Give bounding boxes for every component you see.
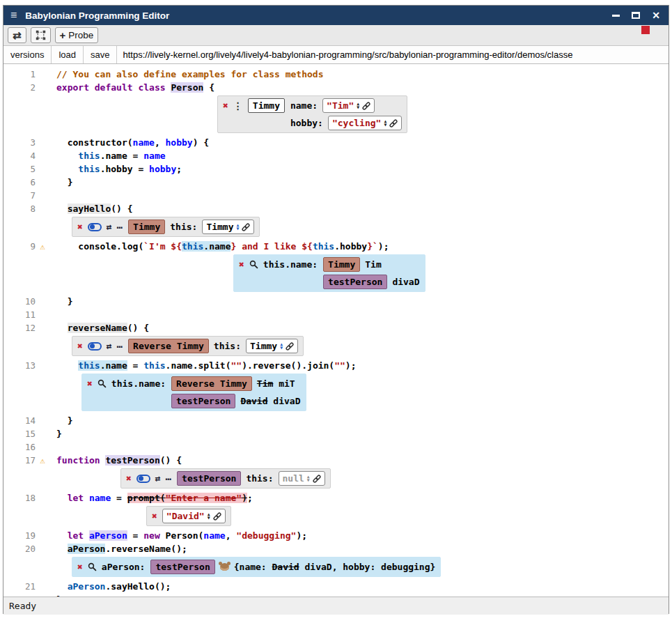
delete-widget-icon[interactable]: ✖ <box>77 562 83 571</box>
instance-badge[interactable]: Timmy <box>128 220 165 234</box>
forward-arrows-icon[interactable]: ⇄ <box>107 222 112 232</box>
delete-widget-icon[interactable]: ✖ <box>77 222 83 231</box>
more-options-icon[interactable]: ⋯ <box>117 222 123 233</box>
code-token: this <box>78 164 100 174</box>
code-token: ${ <box>302 241 313 252</box>
warning-icon[interactable]: ⚠ <box>36 456 49 466</box>
value-select[interactable]: null▲▼ <box>279 471 325 486</box>
line-number: 19 <box>3 530 36 541</box>
activate-toggle-icon[interactable] <box>136 475 150 483</box>
code-line-content[interactable]: sayHello() { <box>49 203 133 214</box>
load-button[interactable]: load <box>52 46 84 63</box>
spinner-icon[interactable]: ▲▼ <box>357 102 359 109</box>
activate-toggle-icon[interactable] <box>88 342 102 351</box>
code-line-content[interactable]: this.name = this.name.split("").reverse(… <box>49 360 357 371</box>
instance-badge[interactable]: Reverse Timmy <box>128 339 209 353</box>
link-icon[interactable] <box>362 102 370 110</box>
more-options-icon[interactable]: ⋯ <box>166 473 172 484</box>
drag-handle-icon[interactable]: ⋮ <box>233 101 243 111</box>
instance-badge[interactable]: Reverse Timmy <box>171 376 252 391</box>
spinner-icon[interactable]: ▲▼ <box>208 513 210 520</box>
swap-button[interactable]: ⇄ <box>8 27 26 43</box>
probe-value: David <box>240 396 267 406</box>
value-select[interactable]: Timmy▲▼ <box>202 220 254 234</box>
menu-icon[interactable]: ≡ <box>10 9 17 22</box>
instance-widget-row: ✖⇄⋯Timmythis:Timmy▲▼ <box>72 217 669 237</box>
more-options-icon[interactable]: ⋯ <box>117 341 123 352</box>
minimize-button[interactable] <box>612 15 620 17</box>
instance-badge[interactable]: testPerson <box>323 275 387 289</box>
example-widget-header: ✖⋮Timmy <box>223 98 285 113</box>
code-line-content[interactable]: // You can also define examples for clas… <box>49 69 324 79</box>
code-line-content[interactable]: } <box>49 594 62 597</box>
code-line-content[interactable]: console.log(`I'm ${this.name} and I like… <box>49 241 389 252</box>
select-frame-button[interactable] <box>31 27 51 43</box>
code-line-content[interactable]: aPerson.sayHello(); <box>49 581 171 592</box>
code-editor[interactable]: 1// You can also define examples for cla… <box>3 64 669 597</box>
code-line-content[interactable]: aPerson.reverseName(); <box>49 544 187 554</box>
maximize-button[interactable] <box>632 12 640 19</box>
instance-badge[interactable]: testPerson <box>150 560 214 574</box>
code-line-content[interactable]: this.hobby = hobby; <box>49 164 182 174</box>
code-token: hobby <box>149 164 176 174</box>
code-token <box>56 164 78 174</box>
instance-badge[interactable]: Timmy <box>323 257 360 272</box>
url-bar: versions load save https://lively-kernel… <box>3 46 669 64</box>
forward-arrows-icon[interactable]: ⇄ <box>155 473 161 484</box>
url-field[interactable]: https://lively-kernel.org/lively4/lively… <box>117 46 669 63</box>
code-line-content[interactable]: } <box>49 429 62 439</box>
code-token <box>56 203 68 214</box>
spinner-icon[interactable]: ▲▼ <box>280 343 283 350</box>
code-token: this <box>143 360 165 371</box>
code-token <box>56 360 78 371</box>
save-button[interactable]: save <box>84 46 117 63</box>
instance-badge[interactable]: testPerson <box>171 394 235 408</box>
delete-widget-icon[interactable]: ✖ <box>239 260 244 269</box>
warning-icon[interactable]: ⚠ <box>36 242 49 252</box>
code-token: this <box>182 241 203 252</box>
delete-widget-icon[interactable]: ✖ <box>87 379 93 388</box>
instance-widget-controls: ✖⇄⋯Reverse Timmythis:Timmy▲▼ <box>77 339 298 353</box>
code-line-content[interactable]: } <box>49 415 72 426</box>
code-token: testPerson <box>105 455 159 466</box>
code-line-content[interactable]: function testPerson() { <box>49 455 182 466</box>
code-line-content[interactable]: this.name = name <box>49 151 166 161</box>
code-line: 3 constructor(name, hobby) { <box>3 136 669 149</box>
spinner-icon[interactable]: ▲▼ <box>237 224 240 231</box>
spinner-icon[interactable]: ▲▼ <box>307 475 310 482</box>
code-line-content[interactable]: } <box>49 296 72 307</box>
instance-badge[interactable]: testPerson <box>177 471 241 486</box>
example-fields: name:"Tim"▲▼hobby:"cycling"▲▼ <box>290 98 402 130</box>
add-probe-button[interactable]: + Probe <box>55 27 99 43</box>
value-select[interactable]: "cycling"▲▼ <box>328 116 402 130</box>
versions-button[interactable]: versions <box>3 46 52 63</box>
link-icon[interactable] <box>286 342 294 351</box>
value-select[interactable]: "David"▲▼ <box>162 509 226 523</box>
spin-down-icon: ▼ <box>384 123 386 127</box>
forward-arrows-icon[interactable]: ⇄ <box>107 341 112 351</box>
delete-widget-icon[interactable]: ✖ <box>152 512 157 521</box>
value-select[interactable]: Timmy▲▼ <box>246 339 298 353</box>
link-icon[interactable] <box>242 223 250 231</box>
link-icon[interactable] <box>389 119 398 128</box>
instance-badge[interactable]: Timmy <box>248 98 285 113</box>
code-line-content[interactable]: reverseName() { <box>49 323 149 333</box>
spinner-icon[interactable]: ▲▼ <box>384 120 386 127</box>
delete-widget-icon[interactable]: ✖ <box>223 101 228 110</box>
link-icon[interactable] <box>213 512 221 521</box>
code-token: } <box>56 296 72 307</box>
code-line-content[interactable]: export default class Person { <box>49 82 214 93</box>
code-line-content[interactable]: let aPerson = new Person(name, "debuggin… <box>49 530 307 541</box>
close-button[interactable]: ✕ <box>652 10 660 21</box>
activate-toggle-icon[interactable] <box>88 223 102 231</box>
delete-widget-icon[interactable]: ✖ <box>77 341 83 351</box>
title-bar: ≡ Babylonian Programming Editor ✕ <box>3 6 669 25</box>
code-line: 2export default class Person { <box>3 81 669 94</box>
code-line-content[interactable]: } <box>49 177 72 187</box>
minimize-icon <box>612 15 620 17</box>
link-icon[interactable] <box>313 475 321 483</box>
code-line-content[interactable]: constructor(name, hobby) { <box>49 137 209 148</box>
value-select[interactable]: "Tim"▲▼ <box>322 98 375 113</box>
delete-widget-icon[interactable]: ✖ <box>126 474 132 483</box>
code-line-content[interactable]: let name = prompt("Enter a name"); <box>49 493 253 503</box>
